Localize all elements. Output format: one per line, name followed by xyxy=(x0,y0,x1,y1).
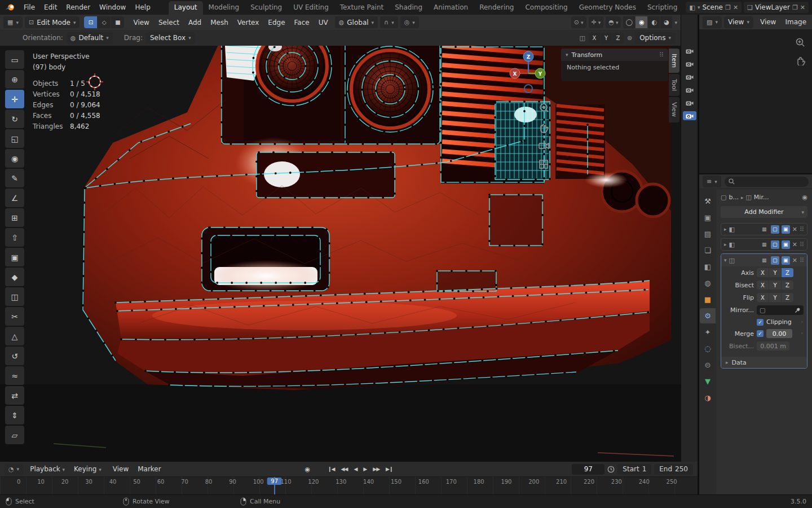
drag-grip-icon[interactable]: ⠿ xyxy=(800,226,804,233)
drag-dropdown[interactable]: Select Box ▾ xyxy=(146,32,195,44)
blender-logo-icon[interactable] xyxy=(3,2,17,12)
modifier-row-modifier-2[interactable]: ▸ ◧ ▦ ▢ ▣ ✕ ⠿ xyxy=(721,238,807,251)
workspace-tab[interactable]: Animation xyxy=(428,1,474,15)
workspace-tab[interactable]: Shading xyxy=(389,1,428,15)
transport-button-jump-start[interactable]: ❙◀ xyxy=(325,465,337,473)
hand-icon[interactable] xyxy=(795,55,805,65)
viewport-menu[interactable]: View xyxy=(129,17,153,28)
transport-button-prev-keyframe[interactable]: ◀◀ xyxy=(338,465,351,473)
transform-orientation-selector[interactable]: ◍ Global ▾ xyxy=(335,16,378,28)
end-frame-field[interactable]: End250 xyxy=(654,464,693,475)
animate-dot-icon[interactable]: ◦ xyxy=(801,319,804,325)
properties-tab-modifiers[interactable]: ⚙ xyxy=(700,308,716,323)
transport-button-play-reverse[interactable]: ◀ xyxy=(351,465,360,473)
tool-button-rotate[interactable]: ↻ xyxy=(5,110,24,128)
bisect-distance-field[interactable]: 0.001 m xyxy=(757,341,789,351)
overlays-dropdown[interactable]: ◓ ▾ xyxy=(606,16,621,28)
outliner-render-toggle[interactable] xyxy=(683,59,696,68)
vertex-select-mode-button[interactable]: ⊡ xyxy=(84,16,97,28)
n-panel-tab[interactable]: Item xyxy=(669,49,679,73)
new-viewlayer-icon[interactable]: ❐ xyxy=(792,5,798,11)
editor-type-button[interactable]: ▨ ▾ xyxy=(703,16,722,28)
remove-modifier-icon[interactable]: ✕ xyxy=(792,226,797,233)
outliner-render-toggle[interactable] xyxy=(683,46,696,55)
viewport-menu[interactable]: Select xyxy=(154,17,184,28)
shading-wireframe-button[interactable]: ◯ xyxy=(623,16,635,28)
tool-button-add-cube[interactable]: ⊞ xyxy=(5,208,24,227)
drag-grip-icon[interactable]: ⠿ xyxy=(800,257,804,264)
render-toggle-icon[interactable]: ▣ xyxy=(782,240,790,249)
realtime-toggle-icon[interactable]: ▢ xyxy=(771,240,779,249)
topbar-menu[interactable]: Render xyxy=(61,2,95,13)
properties-tab-constraints[interactable]: ⊝ xyxy=(700,357,716,373)
pin-icon[interactable]: ◉ xyxy=(802,194,807,200)
bisect-x-toggle[interactable]: X xyxy=(757,281,769,290)
tool-button-select-box[interactable]: ▭ xyxy=(5,50,24,69)
tool-button-extrude[interactable]: ⇧ xyxy=(5,228,24,247)
viewport-menu[interactable]: Edge xyxy=(263,17,289,28)
outliner-render-toggle[interactable] xyxy=(683,98,696,107)
add-modifier-button[interactable]: Add Modifier ▾ xyxy=(721,206,807,218)
edit-mode-toggle-icon[interactable]: ▦ xyxy=(760,256,769,265)
workspace-tab[interactable]: Texture Paint xyxy=(334,1,389,15)
outliner-render-toggle[interactable] xyxy=(683,72,696,81)
shading-dropdown-icon[interactable]: ▾ xyxy=(674,20,677,25)
render-toggle-icon[interactable]: ▣ xyxy=(782,256,790,265)
collapse-icon[interactable]: ▾ xyxy=(724,257,727,263)
mirror-y-toggle[interactable]: Y xyxy=(601,33,612,43)
mirror-object-field[interactable]: ▢ xyxy=(757,305,804,315)
properties-tab-output[interactable]: ▤ xyxy=(700,226,716,242)
tool-button-shear[interactable]: ▱ xyxy=(5,426,24,444)
editor-type-button[interactable]: ◔ ▾ xyxy=(5,463,23,475)
expand-icon[interactable]: ▸ xyxy=(724,242,727,247)
tool-button-edge-slide[interactable]: ⇄ xyxy=(5,386,24,405)
workspace-tab[interactable]: Sculpting xyxy=(245,1,288,15)
tool-button-smooth[interactable]: ≈ xyxy=(5,366,24,385)
topbar-menu[interactable]: File xyxy=(19,2,39,13)
properties-tab-tool[interactable]: ⚒ xyxy=(700,194,716,209)
view-dropdown[interactable]: View ▾ xyxy=(724,16,753,28)
tool-button-poly-build[interactable]: △ xyxy=(5,327,24,345)
expand-icon[interactable]: ▸ xyxy=(724,226,727,232)
properties-tab-particles[interactable]: ✦ xyxy=(700,325,716,340)
viewlayer-selector[interactable]: ❏ ViewLayer ❐ ✕ xyxy=(744,2,809,13)
edit-mode-toggle-icon[interactable]: ▦ xyxy=(760,225,769,234)
viewport-menu[interactable]: Add xyxy=(184,17,206,28)
playhead[interactable]: 97 xyxy=(274,477,275,494)
image-editor-menu[interactable]: View xyxy=(756,16,780,28)
shading-material-button[interactable]: ◐ xyxy=(648,16,660,28)
face-select-mode-button[interactable]: ■ xyxy=(111,16,124,28)
properties-tab-data[interactable]: ▼ xyxy=(700,374,716,389)
axis-y-toggle[interactable]: Y xyxy=(769,268,781,277)
close-viewlayer-icon[interactable]: ✕ xyxy=(800,5,805,11)
tool-button-annotate[interactable]: ✎ xyxy=(5,169,24,187)
shading-rendered-button[interactable]: ◕ xyxy=(660,16,672,28)
viewport-menu[interactable]: UV xyxy=(314,17,333,28)
drag-grip-icon[interactable]: ⠿ xyxy=(800,241,804,248)
viewport-menu[interactable]: Vertex xyxy=(233,17,264,28)
timeline-menu[interactable]: View xyxy=(108,463,133,475)
merge-threshold-field[interactable]: 0.00 xyxy=(766,329,792,338)
flip-x-toggle[interactable]: X xyxy=(757,293,769,302)
tool-button-scale[interactable]: ◱ xyxy=(5,129,24,148)
n-panel-tab[interactable]: Tool xyxy=(669,74,679,96)
transport-button-play[interactable]: ▶ xyxy=(360,465,369,473)
flip-y-toggle[interactable]: Y xyxy=(769,293,781,302)
current-frame-field[interactable]: 97 xyxy=(572,464,604,475)
show-hide-dropdown[interactable]: ⊙ ▾ xyxy=(571,16,586,28)
tool-button-spin[interactable]: ↺ xyxy=(5,347,24,365)
transport-button-next-keyframe[interactable]: ▶▶ xyxy=(370,465,382,473)
tool-button-knife[interactable]: ✂ xyxy=(5,307,24,326)
properties-search-input[interactable] xyxy=(725,177,809,187)
tool-button-transform[interactable]: ◉ xyxy=(5,149,24,168)
image-editor-canvas[interactable] xyxy=(699,29,812,173)
start-frame-field[interactable]: Start1 xyxy=(617,464,651,475)
mirror-x-toggle[interactable]: X xyxy=(589,33,600,43)
properties-tab-scene[interactable]: ◧ xyxy=(700,259,716,274)
scene-selector[interactable]: ◧ ▾ Scene ❐ ✕ xyxy=(686,2,742,13)
timeline-dropdown-menu[interactable]: Keying ▾ xyxy=(69,463,106,475)
tool-button-loop-cut[interactable]: ◫ xyxy=(5,287,24,306)
data-subpanel-header[interactable]: ▸ Data xyxy=(721,357,807,368)
transform-panel-header[interactable]: ▾ Transform ⠿ xyxy=(561,49,668,61)
viewport-menu[interactable]: Face xyxy=(290,17,314,28)
